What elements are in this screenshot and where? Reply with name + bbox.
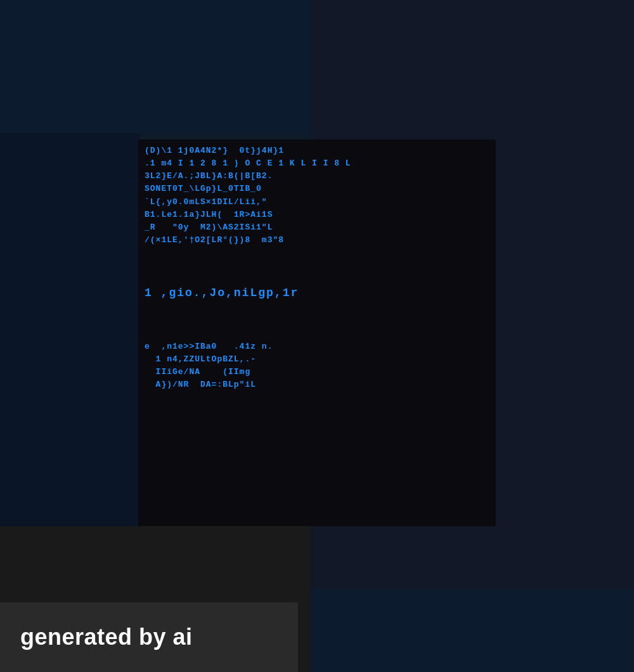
code-block-1: (D)\1 1j0A4N2*} 0t}j4H}1 .1 m4 I 1 2 8 1… xyxy=(138,139,496,247)
code-panel: (D)\1 1j0A4N2*} 0t}j4H}1 .1 m4 I 1 2 8 1… xyxy=(138,139,496,526)
bg-top-left-panel xyxy=(0,0,311,133)
bg-bottom-right-panel xyxy=(311,590,634,672)
bottom-label-bar: generated by ai xyxy=(0,602,298,672)
code-block-2: 1 ,gio.,Jo,niLgp,1r xyxy=(138,247,496,302)
code-block-3: e ,n1e>>IBa0 .41z n. 1 n4,ZZULtOpBZL,.- … xyxy=(138,302,496,392)
bg-mid-left-panel xyxy=(0,133,139,526)
generated-by-ai-label: generated by ai xyxy=(20,624,193,650)
